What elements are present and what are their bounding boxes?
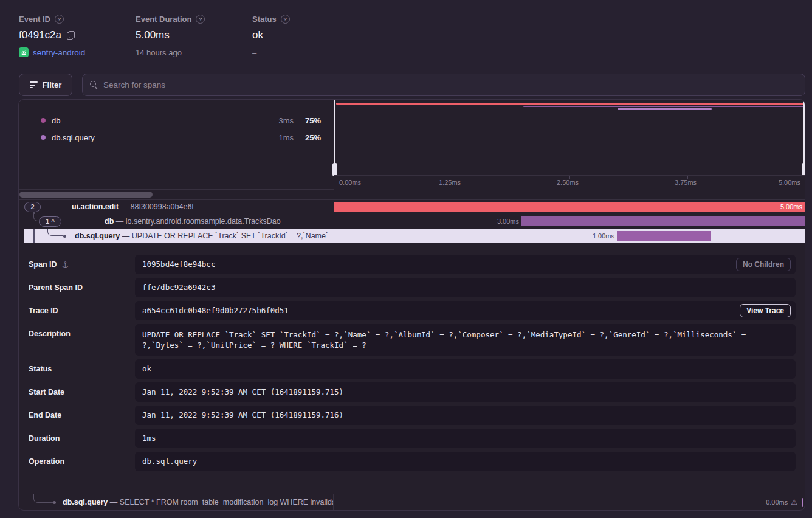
field-value: ffe7dbc92a6942c3 bbox=[142, 283, 215, 292]
span-id-label: Span ID ⚓ bbox=[29, 255, 69, 274]
status-secondary: – bbox=[252, 48, 290, 57]
span-duration: 5.00ms bbox=[780, 202, 802, 212]
children-count: 1 bbox=[46, 218, 49, 225]
span-description: UPDATE OR REPLACE `Track` SET `TrackId` … bbox=[132, 232, 334, 240]
span-op: ui.action.edit bbox=[72, 202, 119, 211]
legend-percent: 75% bbox=[294, 116, 321, 125]
field-label: Trace ID bbox=[29, 306, 58, 315]
status-label: Status bbox=[252, 15, 277, 24]
span-description: SELECT * FROM room_table_modification_lo… bbox=[120, 498, 334, 506]
project-row: sentry-android bbox=[19, 47, 85, 57]
span-row-db-sql-query-selected[interactable]: db.sql.query — UPDATE OR REPLACE `Track`… bbox=[19, 229, 805, 243]
minimap-left-grip[interactable] bbox=[332, 163, 337, 176]
android-icon bbox=[19, 47, 29, 57]
minimap-right-grip[interactable] bbox=[802, 163, 805, 176]
children-count: 2 bbox=[30, 203, 34, 210]
field-value: ok bbox=[142, 364, 151, 373]
operation-label: Operation bbox=[29, 452, 64, 471]
span-op: db.sql.query bbox=[75, 232, 120, 240]
span-children-badge[interactable]: 2 bbox=[24, 202, 41, 212]
trace-panel: db 3ms 75% db.sql.query 1ms 25% bbox=[18, 99, 805, 511]
chevron-up-icon: ^ bbox=[51, 218, 55, 225]
field-value: Jan 11, 2022 9:52:39 AM CET (1641891159.… bbox=[142, 387, 343, 396]
help-icon[interactable]: ? bbox=[55, 15, 64, 24]
event-duration-column: Event Duration ? 5.00ms 14 hours ago bbox=[136, 15, 205, 57]
event-duration-relative: 14 hours ago bbox=[136, 48, 205, 57]
event-id-column: Event ID ? f0491c2a sentry-android bbox=[19, 15, 85, 57]
status-column: Status ? ok – bbox=[252, 15, 290, 57]
span-bar-db-sql-query[interactable] bbox=[617, 231, 711, 241]
description-value: UPDATE OR REPLACE `Track` SET `TrackId` … bbox=[135, 324, 796, 356]
separator: — bbox=[121, 202, 129, 211]
event-id-text: f0491c2a bbox=[19, 29, 61, 41]
project-link[interactable]: sentry-android bbox=[33, 48, 85, 57]
span-bar-db[interactable] bbox=[521, 216, 805, 226]
event-duration-value: 5.00ms bbox=[136, 29, 170, 41]
legend-duration: 1ms bbox=[251, 133, 294, 142]
span-row-ui-action-edit[interactable]: 2 ui.action.edit — 88f300998a0b4e6f 5.00… bbox=[19, 199, 805, 214]
parent-span-id-value: ffe7dbc92a6942c3 bbox=[135, 278, 796, 297]
tree-guide-line bbox=[33, 229, 35, 243]
event-id-value: f0491c2a bbox=[19, 29, 85, 41]
axis-label: 3.75ms bbox=[675, 179, 697, 186]
legend-item-db-sql-query[interactable]: db.sql.query 1ms 25% bbox=[19, 129, 334, 146]
duration-field-label: Duration bbox=[29, 429, 60, 448]
start-date-label: Start Date bbox=[29, 382, 64, 402]
filter-icon bbox=[30, 81, 38, 88]
copy-icon[interactable] bbox=[67, 31, 74, 40]
parent-span-id-label: Parent Span ID bbox=[29, 278, 83, 297]
span-duration: 1.00ms bbox=[566, 229, 614, 243]
legend-percent: 25% bbox=[294, 133, 321, 142]
duration-text: 0.00ms bbox=[766, 494, 788, 511]
description-label: Description bbox=[29, 324, 71, 344]
field-value: a654cc61dc0b48ef9d0b27275b6f0d51 bbox=[142, 306, 289, 315]
timeline-minimap[interactable]: 0.00ms 1.25ms 2.50ms 3.75ms 5.00ms bbox=[334, 100, 805, 188]
help-icon[interactable]: ? bbox=[196, 15, 205, 24]
field-label: Operation bbox=[29, 457, 64, 466]
event-header: Event ID ? f0491c2a sentry-android bbox=[0, 0, 812, 68]
trace-id-value: a654cc61dc0b48ef9d0b27275b6f0d51 View Tr… bbox=[135, 301, 796, 320]
field-value: Jan 11, 2022 9:52:39 AM CET (1641891159.… bbox=[142, 410, 343, 420]
help-icon[interactable]: ? bbox=[281, 15, 290, 24]
minimap-span-db bbox=[523, 106, 803, 108]
scrollbar-track bbox=[19, 189, 334, 199]
trace-id-label: Trace ID bbox=[29, 301, 58, 320]
event-duration-label: Event Duration bbox=[136, 15, 191, 24]
legend-dot-db-sql-query bbox=[41, 135, 46, 140]
legend-item-db[interactable]: db 3ms 75% bbox=[19, 112, 334, 129]
anchor-icon[interactable]: ⚓ bbox=[62, 260, 69, 269]
status-field-value: ok bbox=[135, 359, 796, 379]
legend-name: db.sql.query bbox=[52, 133, 95, 142]
start-date-value: Jan 11, 2022 9:52:39 AM CET (1641891159.… bbox=[135, 382, 796, 402]
field-label: Parent Span ID bbox=[29, 283, 83, 292]
view-trace-button[interactable]: View Trace bbox=[740, 304, 791, 317]
span-row-db-sql-query-select[interactable]: db.sql.query — SELECT * FROM room_table_… bbox=[19, 494, 805, 510]
search-icon bbox=[90, 81, 98, 89]
span-row-db[interactable]: 1 ^ db — io.sentry.android.roomsample.da… bbox=[19, 214, 805, 229]
minimap-span-ui-action-edit bbox=[336, 103, 803, 105]
search-input[interactable] bbox=[103, 80, 797, 89]
span-description: io.sentry.android.roomsample.data.Tracks… bbox=[126, 217, 281, 226]
separator: — bbox=[116, 217, 124, 226]
operation-value: db.sql.query bbox=[135, 452, 796, 471]
field-label: Description bbox=[29, 330, 71, 338]
tree-connector bbox=[47, 229, 63, 236]
event-id-label-text: Event ID bbox=[19, 15, 50, 24]
span-dot bbox=[53, 501, 56, 504]
minimap-right-handle[interactable] bbox=[803, 100, 805, 175]
status-value: ok bbox=[252, 29, 263, 41]
warning-icon: ⚠ bbox=[791, 494, 797, 511]
span-duration: 0.00ms ⚠ bbox=[766, 494, 797, 511]
minimap-span-db-sql-query bbox=[618, 108, 712, 110]
span-dot bbox=[63, 235, 66, 238]
end-date-value: Jan 11, 2022 9:52:39 AM CET (1641891159.… bbox=[135, 406, 796, 425]
span-children-badge-expanded[interactable]: 1 ^ bbox=[39, 216, 61, 227]
span-detail-view: Event ID ? f0491c2a sentry-android bbox=[0, 0, 812, 518]
span-bar-ui-action-edit[interactable]: 5.00ms bbox=[334, 202, 805, 212]
legend-duration: 3ms bbox=[251, 116, 294, 125]
filter-button[interactable]: Filter bbox=[19, 74, 72, 96]
span-id-value: 1095bd4ef8e94bcc No Children bbox=[135, 255, 796, 274]
minimap-left-handle[interactable] bbox=[334, 100, 335, 175]
search-box bbox=[82, 74, 805, 96]
horizontal-scrollbar[interactable] bbox=[19, 192, 153, 198]
